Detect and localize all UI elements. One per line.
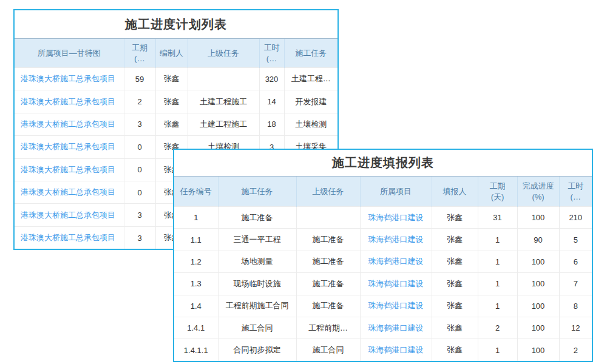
column-header: 所属项目 [360, 177, 432, 207]
cell: 7 [559, 273, 592, 295]
project-link[interactable]: 港珠澳大桥施工总承包项目 [15, 158, 124, 181]
cell: 施工准备 [296, 295, 360, 317]
cell: 3 [124, 226, 155, 249]
cell: 1.1 [174, 229, 218, 251]
cell: 1.2 [174, 251, 218, 272]
fill-table: 任务编号施工任务上级任务所属项目填报人工期 (天)完成进度 (%)工时 (…1施… [174, 176, 592, 361]
project-link[interactable]: 港珠澳大桥施工总承包项目 [15, 204, 124, 226]
project-link[interactable]: 珠海鹤港口建设 [360, 229, 432, 251]
cell [188, 68, 259, 90]
table-row: 1施工准备珠海鹤港口建设张鑫31100210 [174, 207, 592, 229]
cell: 张鑫 [155, 90, 188, 113]
project-link[interactable]: 珠海鹤港口建设 [360, 295, 432, 317]
cell: 2 [124, 90, 155, 113]
cell: 320 [259, 68, 284, 90]
cell: 100 [517, 273, 559, 295]
cell: 3 [124, 113, 155, 135]
cell: 1 [478, 273, 517, 295]
table-row: 港珠澳大桥施工总承包项目59张鑫320土建工程… [15, 68, 337, 90]
cell: 工程前期… [296, 317, 360, 339]
page: { "plan_table": { "title": "施工进度计划列表", "… [0, 0, 607, 364]
column-header: 工时 (… [259, 39, 284, 68]
column-header: 填报人 [432, 177, 478, 207]
table-row: 1.2场地测量施工准备珠海鹤港口建设张鑫11006 [174, 251, 592, 272]
project-link[interactable]: 珠海鹤港口建设 [360, 339, 432, 361]
cell: 施工准备 [296, 251, 360, 272]
cell: 1.4.1.1 [174, 339, 218, 361]
plan-table-title: 施工进度计划列表 [15, 10, 337, 38]
cell: 工程前期施工合同 [218, 295, 296, 317]
cell: 1.4.1 [174, 317, 218, 339]
cell: 张鑫 [432, 229, 478, 251]
cell: 100 [517, 207, 559, 229]
cell: 100 [517, 317, 559, 339]
column-header: 所属项目—甘特图 [15, 39, 124, 68]
cell: 210 [559, 207, 592, 229]
project-link[interactable]: 珠海鹤港口建设 [360, 317, 432, 339]
column-header: 上级任务 [188, 39, 259, 68]
cell: 张鑫 [432, 317, 478, 339]
cell: 施工合同 [296, 339, 360, 361]
cell: 3 [124, 204, 155, 226]
cell: 18 [259, 113, 284, 135]
header-row: 所属项目—甘特图工期 (…编制人上级任务工时 (…施工任务 [15, 39, 337, 68]
cell: 12 [559, 317, 592, 339]
cell: 施工准备 [296, 273, 360, 295]
cell: 1.3 [174, 273, 218, 295]
project-link[interactable]: 港珠澳大桥施工总承包项目 [15, 68, 124, 90]
header-row: 任务编号施工任务上级任务所属项目填报人工期 (天)完成进度 (%)工时 (… [174, 177, 592, 207]
table-row: 1.4.1.1合同初步拟定施工合同珠海鹤港口建设张鑫11002 [174, 339, 592, 361]
column-header: 上级任务 [296, 177, 360, 207]
cell: 张鑫 [155, 68, 188, 90]
cell: 土建工程施工 [188, 90, 259, 113]
column-header: 完成进度 (%) [517, 177, 559, 207]
cell [296, 207, 360, 229]
cell: 场地测量 [218, 251, 296, 272]
cell: 31 [478, 207, 517, 229]
project-link[interactable]: 珠海鹤港口建设 [360, 207, 432, 229]
column-header: 工时 (… [559, 177, 592, 207]
cell: 三通一平工程 [218, 229, 296, 251]
cell: 施工准备 [296, 229, 360, 251]
table-row: 1.3现场临时设施施工准备珠海鹤港口建设张鑫11007 [174, 273, 592, 295]
column-header: 工期 (天) [478, 177, 517, 207]
column-header: 工期 (… [124, 39, 155, 68]
cell: 90 [517, 229, 559, 251]
cell: 0 [124, 181, 155, 203]
cell: 5 [559, 229, 592, 251]
project-link[interactable]: 港珠澳大桥施工总承包项目 [15, 226, 124, 249]
project-link[interactable]: 港珠澳大桥施工总承包项目 [15, 181, 124, 203]
cell: 1 [478, 295, 517, 317]
project-link[interactable]: 珠海鹤港口建设 [360, 251, 432, 272]
cell: 开发报建 [284, 90, 337, 113]
cell: 2 [559, 339, 592, 361]
cell: 土建工程施工 [188, 113, 259, 135]
cell: 100 [517, 251, 559, 272]
table-row: 港珠澳大桥施工总承包项目2张鑫土建工程施工14开发报建 [15, 90, 337, 113]
cell: 100 [517, 339, 559, 361]
table-row: 1.4.1施工合同工程前期…珠海鹤港口建设张鑫210012 [174, 317, 592, 339]
cell: 0 [124, 158, 155, 181]
cell: 施工准备 [218, 207, 296, 229]
project-link[interactable]: 港珠澳大桥施工总承包项目 [15, 90, 124, 113]
cell: 土壤检测 [284, 113, 337, 135]
cell: 0 [124, 136, 155, 158]
cell: 张鑫 [432, 251, 478, 272]
cell: 1 [478, 339, 517, 361]
cell: 2 [478, 317, 517, 339]
cell: 张鑫 [432, 273, 478, 295]
cell: 合同初步拟定 [218, 339, 296, 361]
cell: 张鑫 [155, 113, 188, 135]
project-link[interactable]: 珠海鹤港口建设 [360, 273, 432, 295]
fill-table-title: 施工进度填报列表 [174, 150, 592, 176]
cell: 1 [174, 207, 218, 229]
project-link[interactable]: 港珠澳大桥施工总承包项目 [15, 113, 124, 135]
cell: 8 [559, 295, 592, 317]
column-header: 编制人 [155, 39, 188, 68]
table-row: 1.4工程前期施工合同施工准备珠海鹤港口建设张鑫11008 [174, 295, 592, 317]
project-link[interactable]: 港珠澳大桥施工总承包项目 [15, 136, 124, 158]
table-row: 港珠澳大桥施工总承包项目3张鑫土建工程施工18土壤检测 [15, 113, 337, 135]
cell: 1 [478, 229, 517, 251]
cell: 59 [124, 68, 155, 90]
column-header: 任务编号 [174, 177, 218, 207]
